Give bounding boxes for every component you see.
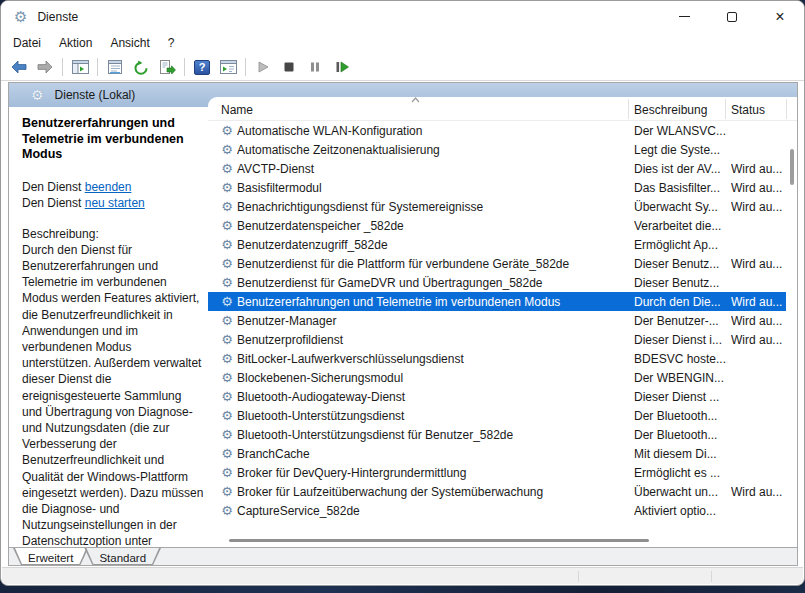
service-gear-icon: ⚙ [219,143,235,156]
service-gear-icon: ⚙ [219,314,235,327]
service-beschreibung: Dieser Dienst ... [634,390,729,404]
service-name: Automatische Zeitzonenaktualisierung [237,143,616,157]
service-row[interactable]: ⚙ Blockebenen-Sicherungsmodul Der WBENGI… [208,368,786,387]
restart-service-button[interactable] [328,56,354,79]
service-status: Wird au... [731,485,786,499]
show-action-pane-button[interactable] [215,56,241,79]
service-row[interactable]: ⚙ Bluetooth-Unterstützungsdienst Der Blu… [208,406,786,425]
description-text: Durch den Dienst für Benutzererfahrungen… [22,242,204,566]
service-beschreibung: Aktiviert optio... [634,504,729,518]
service-gear-icon: ⚙ [219,447,235,460]
service-row[interactable]: ⚙ Benutzer-Manager Der Benutzer-... Wird… [208,311,786,330]
menu-item[interactable]: Ansicht [101,34,158,52]
service-gear-icon: ⚙ [219,371,235,384]
service-name: Benutzerdienst für GameDVR und Übertragu… [237,276,616,290]
maximize-button[interactable] [708,1,756,32]
service-row[interactable]: ⚙ CaptureService_582de Aktiviert optio..… [208,501,786,520]
service-row[interactable]: ⚙ Bluetooth-Unterstützungsdienst für Ben… [208,425,786,444]
restart-service-line: Den Dienst neu starten [22,195,197,211]
stop-service-icon [282,60,296,74]
minimize-button[interactable] [660,1,708,32]
service-row[interactable]: ⚙ Benutzerprofildienst Dieser Dienst i..… [208,330,786,349]
stop-service-button[interactable] [276,56,302,79]
stop-service-link[interactable]: beenden [85,180,132,194]
service-description: Beschreibung: Durch den Dienst für Benut… [22,226,204,567]
service-row[interactable]: ⚙ BranchCache Mit diesem Di... [208,444,786,463]
column-divider[interactable] [725,99,726,119]
column-divider[interactable] [786,99,787,119]
forward-icon [37,60,53,74]
service-row[interactable]: ⚙ Broker für Laufzeitüberwachung der Sys… [208,482,786,501]
service-gear-icon: ⚙ [219,333,235,346]
service-row[interactable]: ⚙ Benachrichtigungsdienst für Systemerei… [208,197,786,216]
vertical-scrollbar-thumb[interactable] [790,149,794,185]
service-name: Blockebenen-Sicherungsmodul [237,371,616,385]
service-row[interactable]: ⚙ Benutzerdatenzugriff_582de Ermöglicht … [208,235,786,254]
service-gear-icon: ⚙ [219,295,235,308]
service-row[interactable]: ⚙ AVCTP-Dienst Dies ist der AV... Wird a… [208,159,786,178]
service-beschreibung: Verarbeitet die... [634,219,729,233]
column-header-beschreibung[interactable]: Beschreibung [634,103,707,117]
horizontal-scrollbar-thumb[interactable] [229,539,649,542]
service-row[interactable]: ⚙ Benutzerdienst für GameDVR und Übertra… [208,273,786,292]
extended-view-pane: Benutzererfahrungen und Telemetrie im ve… [9,107,208,547]
service-beschreibung: Durch den Die... [634,295,729,309]
service-name: Basisfiltermodul [237,181,616,195]
export-list-button[interactable] [154,56,180,79]
back-button[interactable] [6,56,32,79]
service-status: Wird au... [731,200,786,214]
stop-service-line: Den Dienst beenden [22,179,197,195]
service-beschreibung: BDESVC hoste... [634,352,729,366]
service-name: Benutzererfahrungen und Telemetrie im ve… [237,295,616,309]
service-row[interactable]: ⚙ Bluetooth-Audiogateway-Dienst Dieser D… [208,387,786,406]
menu-item[interactable]: Datei [4,34,50,52]
restart-service-link[interactable]: neu starten [85,196,145,210]
service-row[interactable]: ⚙ Automatische Zeitzonenaktualisierung L… [208,140,786,159]
help-button[interactable]: ? [189,56,215,79]
console-content: ⚙ Dienste (Lokal) Benutzererfahrungen un… [8,82,798,566]
tab-standard[interactable]: Standard [84,548,161,565]
toolbar: ? [1,54,804,81]
services-gear-icon: ⚙ [31,88,44,102]
show-action-pane-icon [220,60,237,74]
service-beschreibung: Mit diesem Di... [634,447,729,461]
service-row[interactable]: ⚙ Basisfiltermodul Das Basisfilter... Wi… [208,178,786,197]
start-service-button[interactable] [250,56,276,79]
service-beschreibung: Der WBENGIN... [634,371,729,385]
tab-erweitert[interactable]: Erweitert [13,548,88,565]
horizontal-scrollbar[interactable] [208,534,797,547]
service-name: Bluetooth-Unterstützungsdienst für Benut… [237,428,616,442]
close-button[interactable]: × [756,1,804,32]
service-beschreibung: Ermöglicht Ap... [634,238,729,252]
refresh-button[interactable] [128,56,154,79]
pause-service-button[interactable] [302,56,328,79]
service-row[interactable]: ⚙ Benutzerdienst für die Plattform für v… [208,254,786,273]
service-gear-icon: ⚙ [219,485,235,498]
service-name: Automatische WLAN-Konfiguration [237,124,616,138]
service-gear-icon: ⚙ [219,276,235,289]
service-gear-icon: ⚙ [219,238,235,251]
service-row[interactable]: ⚙ Automatische WLAN-Konfiguration Der WL… [208,121,786,140]
service-beschreibung: Dies ist der AV... [634,162,729,176]
title-bar: ⚙ Dienste × [1,1,804,32]
service-beschreibung: Der WLANSVC... [634,124,729,138]
toolbar-separator [97,58,98,76]
column-divider[interactable] [628,99,629,119]
service-name: Benutzer-Manager [237,314,616,328]
service-gear-icon: ⚙ [219,504,235,517]
service-row[interactable]: ⚙ Benutzererfahrungen und Telemetrie im … [208,292,786,311]
properties-icon [107,60,123,74]
column-header-name[interactable]: Name [221,103,253,117]
service-row[interactable]: ⚙ Broker für DevQuery-Hintergrundermittl… [208,463,786,482]
menu-item[interactable]: ? [159,34,184,52]
service-name: Benachrichtigungsdienst für Systemereign… [237,200,616,214]
forward-button[interactable] [32,56,58,79]
properties-button[interactable] [102,56,128,79]
service-row[interactable]: ⚙ BitLocker-Laufwerkverschlüsselungsdien… [208,349,786,368]
service-gear-icon: ⚙ [219,181,235,194]
menu-item[interactable]: Aktion [50,34,101,52]
column-header-status[interactable]: Status [731,103,765,117]
service-row[interactable]: ⚙ Benutzerdatenspeicher _582de Verarbeit… [208,216,786,235]
show-console-tree-button[interactable] [67,56,93,79]
service-beschreibung: Dieser Benutz... [634,257,729,271]
